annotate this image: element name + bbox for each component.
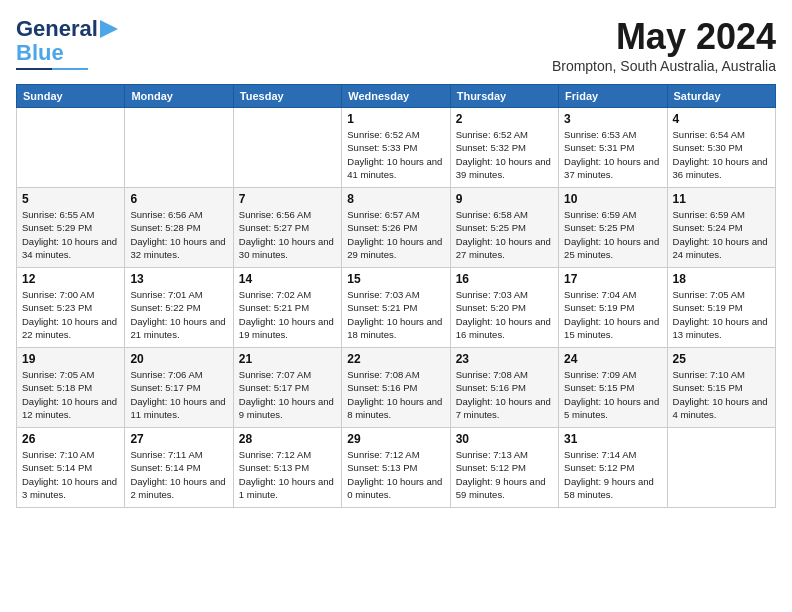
day-number: 18 bbox=[673, 272, 770, 286]
day-number: 19 bbox=[22, 352, 119, 366]
day-number: 7 bbox=[239, 192, 336, 206]
day-info: Sunrise: 7:08 AMSunset: 5:16 PMDaylight:… bbox=[347, 368, 444, 421]
calendar-cell: 29Sunrise: 7:12 AMSunset: 5:13 PMDayligh… bbox=[342, 428, 450, 508]
calendar-week-4: 19Sunrise: 7:05 AMSunset: 5:18 PMDayligh… bbox=[17, 348, 776, 428]
day-info: Sunrise: 7:10 AMSunset: 5:14 PMDaylight:… bbox=[22, 448, 119, 501]
day-info: Sunrise: 7:13 AMSunset: 5:12 PMDaylight:… bbox=[456, 448, 553, 501]
calendar-header-sunday: Sunday bbox=[17, 85, 125, 108]
day-info: Sunrise: 7:03 AMSunset: 5:20 PMDaylight:… bbox=[456, 288, 553, 341]
page-header: General Blue May 2024 Brompton, South Au… bbox=[16, 16, 776, 74]
calendar-cell: 2Sunrise: 6:52 AMSunset: 5:32 PMDaylight… bbox=[450, 108, 558, 188]
logo-text-general: General bbox=[16, 16, 98, 42]
calendar-cell: 13Sunrise: 7:01 AMSunset: 5:22 PMDayligh… bbox=[125, 268, 233, 348]
day-number: 1 bbox=[347, 112, 444, 126]
calendar-cell: 4Sunrise: 6:54 AMSunset: 5:30 PMDaylight… bbox=[667, 108, 775, 188]
calendar-cell: 17Sunrise: 7:04 AMSunset: 5:19 PMDayligh… bbox=[559, 268, 667, 348]
calendar-header-thursday: Thursday bbox=[450, 85, 558, 108]
day-number: 20 bbox=[130, 352, 227, 366]
day-info: Sunrise: 6:52 AMSunset: 5:32 PMDaylight:… bbox=[456, 128, 553, 181]
day-number: 14 bbox=[239, 272, 336, 286]
location-title: Brompton, South Australia, Australia bbox=[552, 58, 776, 74]
calendar-header-monday: Monday bbox=[125, 85, 233, 108]
day-number: 11 bbox=[673, 192, 770, 206]
logo: General Blue bbox=[16, 16, 118, 70]
calendar-cell: 15Sunrise: 7:03 AMSunset: 5:21 PMDayligh… bbox=[342, 268, 450, 348]
calendar-cell: 19Sunrise: 7:05 AMSunset: 5:18 PMDayligh… bbox=[17, 348, 125, 428]
calendar-cell: 31Sunrise: 7:14 AMSunset: 5:12 PMDayligh… bbox=[559, 428, 667, 508]
day-info: Sunrise: 6:58 AMSunset: 5:25 PMDaylight:… bbox=[456, 208, 553, 261]
calendar-header-friday: Friday bbox=[559, 85, 667, 108]
day-info: Sunrise: 6:52 AMSunset: 5:33 PMDaylight:… bbox=[347, 128, 444, 181]
day-number: 30 bbox=[456, 432, 553, 446]
day-info: Sunrise: 7:12 AMSunset: 5:13 PMDaylight:… bbox=[239, 448, 336, 501]
day-info: Sunrise: 6:56 AMSunset: 5:28 PMDaylight:… bbox=[130, 208, 227, 261]
calendar-cell: 11Sunrise: 6:59 AMSunset: 5:24 PMDayligh… bbox=[667, 188, 775, 268]
day-number: 4 bbox=[673, 112, 770, 126]
day-info: Sunrise: 6:54 AMSunset: 5:30 PMDaylight:… bbox=[673, 128, 770, 181]
day-info: Sunrise: 7:01 AMSunset: 5:22 PMDaylight:… bbox=[130, 288, 227, 341]
calendar-cell: 18Sunrise: 7:05 AMSunset: 5:19 PMDayligh… bbox=[667, 268, 775, 348]
day-number: 24 bbox=[564, 352, 661, 366]
day-number: 21 bbox=[239, 352, 336, 366]
logo-divider bbox=[16, 68, 88, 70]
day-number: 13 bbox=[130, 272, 227, 286]
day-info: Sunrise: 7:03 AMSunset: 5:21 PMDaylight:… bbox=[347, 288, 444, 341]
day-number: 5 bbox=[22, 192, 119, 206]
day-info: Sunrise: 7:06 AMSunset: 5:17 PMDaylight:… bbox=[130, 368, 227, 421]
calendar-table: SundayMondayTuesdayWednesdayThursdayFrid… bbox=[16, 84, 776, 508]
day-number: 26 bbox=[22, 432, 119, 446]
calendar-cell: 25Sunrise: 7:10 AMSunset: 5:15 PMDayligh… bbox=[667, 348, 775, 428]
day-number: 8 bbox=[347, 192, 444, 206]
day-number: 3 bbox=[564, 112, 661, 126]
day-number: 2 bbox=[456, 112, 553, 126]
day-info: Sunrise: 7:07 AMSunset: 5:17 PMDaylight:… bbox=[239, 368, 336, 421]
calendar-cell bbox=[233, 108, 341, 188]
day-number: 6 bbox=[130, 192, 227, 206]
day-number: 12 bbox=[22, 272, 119, 286]
day-info: Sunrise: 7:05 AMSunset: 5:18 PMDaylight:… bbox=[22, 368, 119, 421]
day-number: 25 bbox=[673, 352, 770, 366]
month-title: May 2024 bbox=[552, 16, 776, 58]
day-number: 29 bbox=[347, 432, 444, 446]
calendar-cell bbox=[667, 428, 775, 508]
calendar-cell: 26Sunrise: 7:10 AMSunset: 5:14 PMDayligh… bbox=[17, 428, 125, 508]
logo-icon bbox=[100, 20, 118, 38]
day-number: 9 bbox=[456, 192, 553, 206]
day-info: Sunrise: 7:12 AMSunset: 5:13 PMDaylight:… bbox=[347, 448, 444, 501]
calendar-week-5: 26Sunrise: 7:10 AMSunset: 5:14 PMDayligh… bbox=[17, 428, 776, 508]
calendar-cell: 3Sunrise: 6:53 AMSunset: 5:31 PMDaylight… bbox=[559, 108, 667, 188]
day-info: Sunrise: 6:57 AMSunset: 5:26 PMDaylight:… bbox=[347, 208, 444, 261]
calendar-cell: 14Sunrise: 7:02 AMSunset: 5:21 PMDayligh… bbox=[233, 268, 341, 348]
calendar-cell bbox=[17, 108, 125, 188]
calendar-cell: 22Sunrise: 7:08 AMSunset: 5:16 PMDayligh… bbox=[342, 348, 450, 428]
day-info: Sunrise: 7:08 AMSunset: 5:16 PMDaylight:… bbox=[456, 368, 553, 421]
calendar-cell: 27Sunrise: 7:11 AMSunset: 5:14 PMDayligh… bbox=[125, 428, 233, 508]
day-info: Sunrise: 7:10 AMSunset: 5:15 PMDaylight:… bbox=[673, 368, 770, 421]
day-number: 27 bbox=[130, 432, 227, 446]
day-info: Sunrise: 7:04 AMSunset: 5:19 PMDaylight:… bbox=[564, 288, 661, 341]
day-info: Sunrise: 7:14 AMSunset: 5:12 PMDaylight:… bbox=[564, 448, 661, 501]
day-number: 31 bbox=[564, 432, 661, 446]
calendar-cell: 30Sunrise: 7:13 AMSunset: 5:12 PMDayligh… bbox=[450, 428, 558, 508]
calendar-cell: 24Sunrise: 7:09 AMSunset: 5:15 PMDayligh… bbox=[559, 348, 667, 428]
day-info: Sunrise: 7:02 AMSunset: 5:21 PMDaylight:… bbox=[239, 288, 336, 341]
calendar-cell: 8Sunrise: 6:57 AMSunset: 5:26 PMDaylight… bbox=[342, 188, 450, 268]
calendar-cell: 20Sunrise: 7:06 AMSunset: 5:17 PMDayligh… bbox=[125, 348, 233, 428]
day-number: 15 bbox=[347, 272, 444, 286]
logo-text-blue: Blue bbox=[16, 40, 64, 66]
calendar-week-3: 12Sunrise: 7:00 AMSunset: 5:23 PMDayligh… bbox=[17, 268, 776, 348]
calendar-header-saturday: Saturday bbox=[667, 85, 775, 108]
day-info: Sunrise: 6:55 AMSunset: 5:29 PMDaylight:… bbox=[22, 208, 119, 261]
calendar-cell: 6Sunrise: 6:56 AMSunset: 5:28 PMDaylight… bbox=[125, 188, 233, 268]
calendar-cell: 5Sunrise: 6:55 AMSunset: 5:29 PMDaylight… bbox=[17, 188, 125, 268]
calendar-header-tuesday: Tuesday bbox=[233, 85, 341, 108]
calendar-cell: 9Sunrise: 6:58 AMSunset: 5:25 PMDaylight… bbox=[450, 188, 558, 268]
calendar-cell: 7Sunrise: 6:56 AMSunset: 5:27 PMDaylight… bbox=[233, 188, 341, 268]
day-number: 23 bbox=[456, 352, 553, 366]
day-info: Sunrise: 7:00 AMSunset: 5:23 PMDaylight:… bbox=[22, 288, 119, 341]
calendar-header-row: SundayMondayTuesdayWednesdayThursdayFrid… bbox=[17, 85, 776, 108]
calendar-week-1: 1Sunrise: 6:52 AMSunset: 5:33 PMDaylight… bbox=[17, 108, 776, 188]
calendar-cell bbox=[125, 108, 233, 188]
day-info: Sunrise: 7:09 AMSunset: 5:15 PMDaylight:… bbox=[564, 368, 661, 421]
day-info: Sunrise: 6:59 AMSunset: 5:25 PMDaylight:… bbox=[564, 208, 661, 261]
